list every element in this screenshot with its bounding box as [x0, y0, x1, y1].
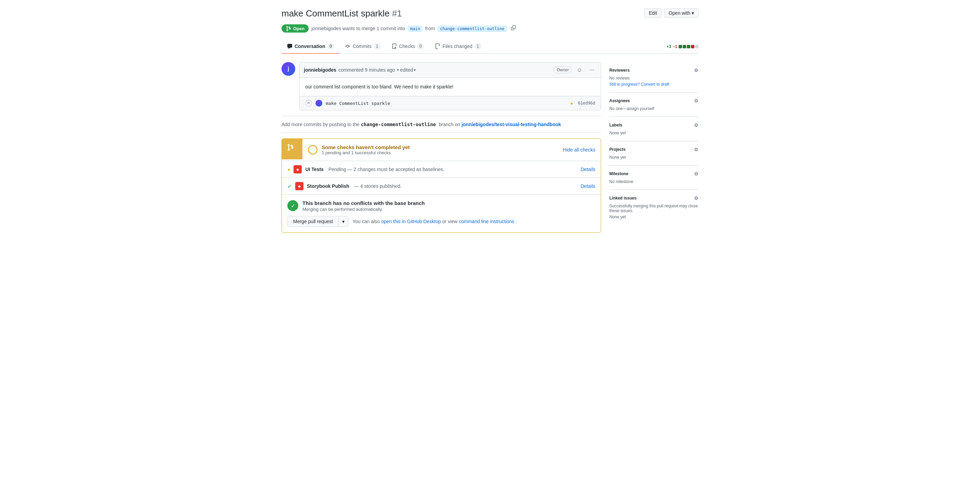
checks-tab-count: 0	[417, 43, 424, 50]
main-layout: j jonniebigodes commented 9 minutes ago …	[282, 62, 698, 238]
checks-title: Some checks haven't completed yet	[321, 144, 410, 150]
merge-also-text: You can also open this in GitHub Desktop…	[353, 219, 517, 224]
commit-name: make CommentList sparkle	[326, 101, 390, 106]
comment-thread: j jonniebigodes commented 9 minutes ago …	[282, 62, 601, 110]
commits-icon	[345, 43, 350, 49]
merge-success-icon: ✓	[287, 200, 298, 211]
merge-success-text: This branch has no conflicts with the ba…	[302, 200, 425, 212]
linked-issues-title: Linked issues	[609, 196, 636, 200]
tab-conversation[interactable]: Conversation 0	[282, 40, 339, 54]
open-with-button[interactable]: Open with ▾	[664, 8, 698, 18]
linked-issues-gear-icon[interactable]: ⚙	[694, 195, 698, 201]
checks-status: Some checks haven't completed yet 1 pend…	[302, 139, 558, 161]
cli-link[interactable]: command line instructions	[459, 219, 514, 224]
storybook-status-check: ✓	[287, 183, 292, 189]
milestone-gear-icon[interactable]: ⚙	[694, 171, 698, 176]
storybook-icon: ◈	[295, 182, 304, 190]
commit-reference: make CommentList sparkle ● 61ed96d	[300, 96, 601, 110]
reviewers-gear-icon[interactable]: ⚙	[694, 68, 698, 73]
no-projects-text: None yet	[609, 155, 698, 160]
pr-header-actions: Edit Open with ▾	[644, 8, 698, 18]
tab-commits[interactable]: Commits 1	[339, 40, 386, 54]
pr-tabs: Conversation 0 Commits 1 Checks 0 Files …	[282, 40, 698, 54]
projects-gear-icon[interactable]: ⚙	[694, 147, 698, 152]
merge-dropdown-button[interactable]: ▾	[339, 216, 348, 227]
labels-gear-icon[interactable]: ⚙	[694, 122, 698, 128]
checks-header-row: Some checks haven't completed yet 1 pend…	[282, 139, 601, 161]
comment-more-button[interactable]: ···	[587, 65, 597, 75]
comment-time: commented 9 minutes ago	[339, 67, 395, 73]
convert-draft-link[interactable]: Still in progress? Convert to draft	[609, 82, 669, 87]
owner-badge: Owner	[554, 67, 572, 73]
from-text: from	[425, 26, 435, 31]
tabs-left: Conversation 0 Commits 1 Checks 0 Files …	[282, 40, 487, 54]
commits-tab-label: Commits	[353, 43, 371, 49]
pr-header: make CommentList sparkle #1 Edit Open wi…	[282, 8, 698, 19]
commits-tab-count: 1	[374, 43, 380, 50]
open-desktop-link[interactable]: open this in GitHub Desktop	[381, 219, 441, 224]
files-changed-tab-label: Files changed	[442, 43, 472, 49]
files-changed-tab-count: 1	[474, 43, 481, 50]
comment-author[interactable]: jonniebigodes	[304, 67, 336, 73]
head-branch-tag[interactable]: change-commentlist-outline	[438, 26, 507, 32]
ui-tests-icon: ◈	[294, 165, 302, 173]
commit-ref-icon	[305, 100, 312, 106]
base-branch-tag[interactable]: main	[408, 26, 422, 32]
comment-edited[interactable]: • edited	[397, 67, 416, 73]
commit-user-avatar	[315, 100, 322, 106]
hide-checks-link[interactable]: Hide all checks	[558, 139, 601, 161]
linked-issues-header: Linked issues ⚙	[609, 195, 698, 201]
push-notice-repo-link[interactable]: jonniebigodes/test-visual-testing-handbo…	[461, 122, 561, 127]
merge-button[interactable]: Merge pull request	[287, 216, 339, 227]
edit-button[interactable]: Edit	[644, 8, 662, 18]
push-notice-branch: change-commentlist-outline	[361, 122, 436, 127]
projects-title: Projects	[609, 147, 625, 152]
diff-deletions: −1	[673, 44, 677, 49]
storybook-desc: — 4 stories published.	[353, 183, 401, 189]
ui-tests-icon-text: ◈	[296, 168, 299, 171]
ui-tests-status-dot: ●	[287, 167, 290, 172]
diff-stats: +3 −1	[667, 44, 698, 49]
linked-issues-description: Successfully merging this pull request m…	[609, 203, 698, 213]
sidebar-projects: Projects ⚙ None yet	[609, 141, 698, 165]
ui-tests-details-link[interactable]: Details	[581, 167, 595, 172]
no-reviews-text: No reviews	[609, 76, 698, 81]
milestone-content: No milestone	[609, 179, 698, 184]
merge-button-group: Merge pull request ▾	[287, 216, 348, 227]
copy-branch-icon[interactable]	[511, 25, 516, 30]
comment-header: jonniebigodes commented 9 minutes ago • …	[300, 62, 601, 78]
push-notice-text-middle: branch on	[439, 122, 460, 127]
check-item-ui-tests: ● ◈ UI Tests Pending — 2 changes must be…	[282, 161, 601, 178]
conversation-tab-label: Conversation	[294, 43, 325, 49]
checks-icon-box	[282, 139, 302, 159]
ui-tests-name: UI Tests	[305, 167, 323, 172]
tab-files-changed[interactable]: Files changed 1	[429, 40, 487, 54]
no-labels-text: None yet	[609, 130, 698, 135]
pr-title: make CommentList sparkle #1	[282, 8, 402, 19]
push-notice-text-before: Add more commits by pushing to the	[282, 122, 360, 127]
assignees-title: Assignees	[609, 98, 630, 103]
comment-body-text: our comment list component is too bland.…	[305, 83, 595, 91]
pr-icon	[286, 26, 291, 31]
comment-body: our comment list component is too bland.…	[300, 78, 601, 96]
checks-text: Some checks haven't completed yet 1 pend…	[321, 144, 410, 155]
emoji-react-button[interactable]: ☺	[575, 65, 584, 75]
ui-tests-desc: Pending — 2 changes must be accepted as …	[327, 167, 444, 172]
no-assignees-text[interactable]: No one—assign yourself	[609, 106, 698, 111]
tab-checks[interactable]: Checks 0	[386, 40, 430, 54]
sidebar-assignees: Assignees ⚙ No one—assign yourself	[609, 92, 698, 117]
labels-title: Labels	[609, 123, 622, 127]
merge-section: ✓ This branch has no conflicts with the …	[282, 194, 601, 232]
diff-block-3	[687, 45, 690, 48]
checks-pending-icon	[308, 145, 318, 155]
sidebar-linked-issues: Linked issues ⚙ Successfully merging thi…	[609, 190, 698, 225]
convert-to-draft[interactable]: Still in progress? Convert to draft	[609, 82, 698, 87]
status-badge-text: Open	[293, 26, 304, 31]
pr-status-line: Open jonniebigodes wants to merge 1 comm…	[282, 24, 698, 33]
diff-block-4	[691, 45, 694, 48]
storybook-details-link[interactable]: Details	[581, 183, 595, 189]
projects-header: Projects ⚙	[609, 147, 698, 152]
merge-icon	[287, 144, 298, 155]
push-notice-text-after: .	[562, 122, 564, 127]
assignees-gear-icon[interactable]: ⚙	[694, 98, 698, 103]
